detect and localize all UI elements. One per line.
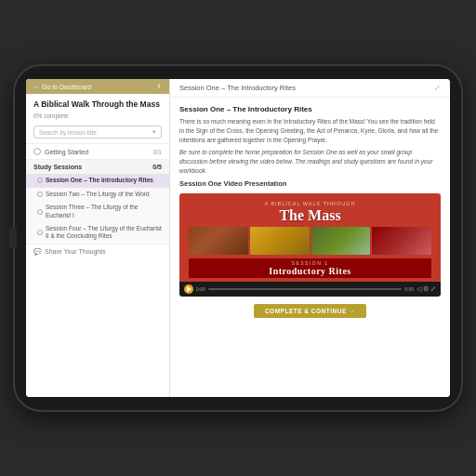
video-subtitle: A Biblical Walk Through [189,201,431,206]
section-title: Session One – The Introductory Rites [179,105,441,113]
course-title: A Biblical Walk Through the Mass [26,94,169,111]
session-item-2[interactable]: Session Two – The Liturgy of the Word [26,188,169,201]
volume-icon[interactable]: ◁ [416,285,421,293]
share-thoughts-item[interactable]: 💬 Share Your Thoughts [26,245,169,259]
getting-started-icon [33,148,41,155]
sidebar: ← Go to Dashboard ⇧ A Biblical Walk Thro… [26,79,170,397]
home-button[interactable] [9,228,17,248]
share-icon: 💬 [33,248,42,256]
settings-icon[interactable]: ⚙ [423,285,429,293]
getting-started-label: Getting Started [45,149,88,155]
tablet-screen: ← Go to Dashboard ⇧ A Biblical Walk Thro… [26,79,450,397]
video-main-title: The Mass [189,208,431,223]
play-icon [187,286,192,292]
video-thumbnail-strip [189,227,431,255]
thumb-1 [189,227,248,255]
progress-bar[interactable] [208,288,403,290]
share-label: Share Your Thoughts [45,248,106,255]
tablet-device: ← Go to Dashboard ⇧ A Biblical Walk Thro… [15,66,461,410]
search-placeholder: Search by lesson title [39,129,97,136]
session-4-label: Session Four – The Liturgy of the Euchar… [46,225,162,241]
video-session-label: Session 1 Introductory Rites [189,258,431,278]
video-thumbnail-bg: A Biblical Walk Through The Mass Session… [179,193,441,282]
video-controls: 0:00 0:00 ◁ ⚙ ⤢ [179,282,441,297]
time-current: 0:00 [196,286,205,292]
thumb-3 [311,227,371,255]
study-sessions-label: Study Sessions [33,164,82,170]
main-header: Session One – The Introductory Rites ⤢ [170,79,450,98]
session-2-label: Session Two – The Liturgy of the Word [46,191,150,198]
video-section-label: Session One Video Presentation [179,179,441,188]
chevron-down-icon: ▾ [152,128,156,136]
dashboard-back-button[interactable]: ← Go to Dashboard ⇧ [26,79,169,94]
session-2-icon [37,192,43,197]
main-content: Session One – The Introductory Rites ⤢ S… [170,79,450,397]
time-total: 0:00 [404,286,414,292]
getting-started-item[interactable]: Getting Started 0/1 [26,144,169,159]
study-sessions-count: 0/5 [152,164,162,170]
session-3-icon [37,209,43,215]
session-3-label: Session Three – The Liturgy of the Eucha… [46,204,162,219]
italic-text: Be sure to complete the home preparation… [179,148,441,175]
share-icon[interactable]: ⇧ [156,83,162,90]
session-item-1[interactable]: Session One – The Introductory Rites [26,174,169,187]
back-label: ← Go to Dashboard [33,84,91,90]
getting-started-count: 0/1 [153,149,162,155]
main-header-title: Session One – The Introductory Rites [179,84,296,92]
sessions-list: Session One – The Introductory Rites Ses… [26,174,169,244]
thumb-4 [372,227,431,255]
study-sessions-header[interactable]: Study Sessions 0/5 [26,160,169,174]
play-button[interactable] [184,284,193,294]
video-player[interactable]: A Biblical Walk Through The Mass Session… [179,193,441,297]
session-item-3[interactable]: Session Three – The Liturgy of the Eucha… [26,201,169,222]
expand-icon[interactable]: ⤢ [434,84,441,92]
main-body: Session One – The Introductory Rites The… [170,98,450,397]
control-icons: ◁ ⚙ ⤢ [416,285,436,293]
fullscreen-icon[interactable]: ⤢ [430,285,436,293]
session-1-label: Session One – The Introductory Rites [46,177,153,184]
session-title: Introductory Rites [191,266,430,276]
session-1-icon [37,178,43,183]
lesson-search[interactable]: Search by lesson title ▾ [33,126,162,139]
body-text: There is so much meaning even in the Int… [179,117,441,144]
progress-text: 0% complete [26,111,169,124]
thumb-2 [250,227,310,255]
complete-continue-button[interactable]: COMPLETE & CONTINUE → [254,304,366,318]
session-4-icon [37,230,43,235]
session-item-4[interactable]: Session Four – The Liturgy of the Euchar… [26,222,169,244]
